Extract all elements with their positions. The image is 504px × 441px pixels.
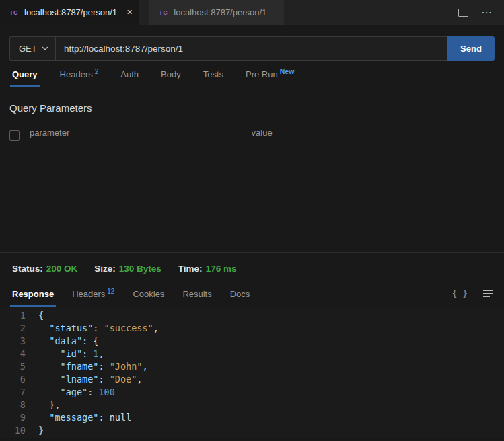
status-value: 200 OK	[46, 264, 78, 274]
line-number: 7	[0, 386, 26, 399]
method-url-group: GET	[9, 36, 447, 61]
code-line-content: "fname": "John",	[38, 360, 148, 373]
code-line: 8 },	[0, 399, 504, 411]
response-actions: { }	[452, 288, 493, 307]
new-badge: New	[280, 67, 295, 75]
code-line-content: }	[38, 424, 44, 437]
line-number: 5	[0, 360, 26, 373]
response-tabs: Response Headers12 Cookies Results Docs …	[0, 280, 504, 307]
tab-results[interactable]: Results	[182, 289, 211, 307]
line-wrap-icon[interactable]	[483, 290, 493, 297]
line-number: 6	[0, 373, 26, 386]
query-parameters-heading: Query Parameters	[9, 87, 495, 114]
tab-tests[interactable]: Tests	[203, 69, 223, 87]
time-metric: Time:176 ms	[178, 264, 237, 274]
code-line: 1{	[0, 309, 504, 322]
code-line-content: },	[38, 399, 61, 411]
thunder-client-icon: TC	[9, 9, 18, 16]
code-line: 7 "age": 100	[0, 386, 504, 399]
editor-tab-title: localhost:8787/person/1	[24, 7, 117, 17]
response-body-code[interactable]: 1{2 "status": "success",3 "data": {4 "id…	[0, 307, 504, 438]
param-value-input[interactable]	[250, 128, 468, 143]
param-name-input[interactable]	[28, 128, 244, 143]
chevron-down-icon	[42, 46, 48, 50]
editor-actions: ⋯	[458, 0, 504, 25]
line-number: 2	[0, 322, 26, 335]
code-line-content: "message": null	[38, 411, 131, 424]
tab-auth[interactable]: Auth	[120, 69, 139, 87]
method-select[interactable]: GET	[10, 37, 56, 60]
tab-body[interactable]: Body	[161, 69, 181, 87]
code-line: 3 "data": {	[0, 335, 504, 348]
tab-pre-run[interactable]: Pre RunNew	[246, 67, 294, 87]
send-button[interactable]: Send	[447, 36, 495, 61]
code-line-content: "lname": "Doe",	[38, 373, 142, 386]
code-line-content: {	[38, 309, 44, 322]
line-number: 3	[0, 335, 26, 348]
split-editor-icon[interactable]	[458, 9, 468, 17]
editor-tab-active[interactable]: TC localhost:8787/person/1 ✕	[0, 0, 139, 25]
editor-tab-title: localhost:8787/person/1	[174, 7, 266, 17]
format-json-icon[interactable]: { }	[452, 288, 468, 298]
code-line-content: "data": {	[38, 335, 98, 348]
code-line: 9 "message": null	[0, 411, 504, 424]
line-number: 8	[0, 399, 26, 411]
code-line-content: "age": 100	[38, 386, 115, 399]
headers-count-badge: 2	[95, 68, 99, 75]
tab-cookies[interactable]: Cookies	[133, 289, 164, 307]
editor-tab-bar: TC localhost:8787/person/1 ✕ TC localhos…	[0, 0, 504, 25]
tab-response[interactable]: Response	[12, 289, 54, 307]
size-value: 130 Bytes	[119, 264, 161, 274]
size-metric: Size:130 Bytes	[94, 264, 161, 274]
tab-docs[interactable]: Docs	[230, 289, 250, 307]
line-number: 9	[0, 411, 26, 424]
response-headers-count-badge: 12	[107, 288, 114, 295]
code-line: 6 "lname": "Doe",	[0, 373, 504, 386]
method-label: GET	[19, 44, 37, 54]
thunder-client-window: TC localhost:8787/person/1 ✕ TC localhos…	[0, 0, 504, 441]
time-value: 176 ms	[206, 264, 237, 274]
param-checkbox[interactable]	[9, 130, 20, 141]
request-tabs: Query Headers2 Auth Body Tests Pre RunNe…	[0, 61, 504, 87]
response-meta-bar: Status:200 OK Size:130 Bytes Time:176 ms	[0, 253, 504, 280]
thunder-client-icon: TC	[159, 9, 168, 16]
code-line: 2 "status": "success",	[0, 322, 504, 335]
code-line-content: "id": 1,	[38, 348, 104, 360]
param-row-action-cell[interactable]	[472, 136, 495, 143]
editor-tab-inactive[interactable]: TC localhost:8787/person/1	[149, 0, 284, 25]
close-tab-icon[interactable]: ✕	[127, 8, 133, 17]
line-number: 10	[0, 424, 26, 437]
more-actions-icon[interactable]: ⋯	[481, 9, 493, 17]
code-line: 4 "id": 1,	[0, 348, 504, 360]
code-line-content: "status": "success",	[38, 322, 159, 335]
query-param-row	[9, 128, 495, 143]
code-line: 10}	[0, 424, 504, 437]
request-bar: GET Send	[9, 36, 495, 61]
tab-response-headers[interactable]: Headers12	[72, 288, 114, 307]
line-number: 4	[0, 348, 26, 360]
line-number: 1	[0, 309, 26, 322]
tab-headers[interactable]: Headers2	[60, 68, 99, 87]
code-line: 5 "fname": "John",	[0, 360, 504, 373]
url-input[interactable]	[56, 37, 447, 60]
tab-query[interactable]: Query	[12, 69, 38, 87]
status-metric: Status:200 OK	[12, 264, 77, 274]
query-parameters-panel: Query Parameters	[0, 87, 504, 252]
